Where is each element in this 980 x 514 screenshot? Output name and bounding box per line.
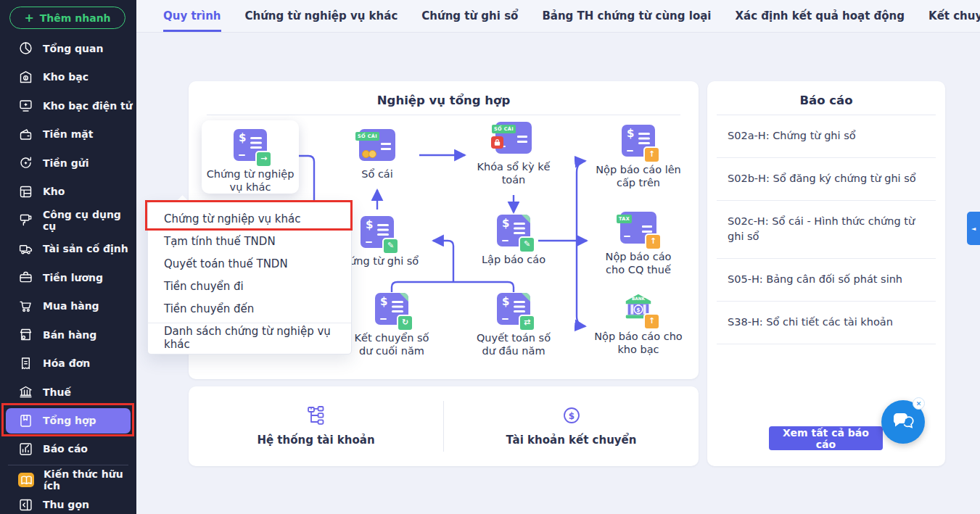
sidebar-item-tong-quan[interactable]: Tổng quan [0,34,136,63]
dropdown-item-tien-chuyen-den[interactable]: Tiền chuyển đến [148,297,351,320]
doc-edit-icon: $✎ [497,215,530,250]
view-all-reports-button[interactable]: Xem tất cả báo cáo [769,426,883,450]
sidebar-divider [8,465,128,465]
sidebar-item-tien-luong[interactable]: Tiền lương [0,263,136,292]
doc-calc-icon: $⇄ [497,293,530,328]
cash-icon [18,127,33,142]
context-dropdown-menu: Chứng từ nghiệp vụ khácTạm tính thuế TND… [147,202,352,355]
sidebar-item-bao-cao[interactable]: Báo cáo [0,435,136,464]
flow-node-label: Quyết toán số dư đầu năm [470,331,557,358]
cart-icon [18,299,33,314]
flow-node-chung-tu-nghiep-vu-khac[interactable]: $→Chứng từ nghiệp vụ khác [202,120,299,194]
flow-node-label: Sổ cái [341,167,413,181]
tax-upload-icon: TAX↑ [620,212,656,247]
report-item-s02a-h[interactable]: S02a-H: Chứng từ ghi sổ [717,115,936,158]
ledger-icon: SỔ CÁI [359,129,395,165]
sidebar-item-tai-san-co-dinh[interactable]: Tài sản cố định [0,235,136,264]
plus-icon: + [24,12,33,24]
receipt-arrow-icon: $→ [234,129,267,165]
flow-node-label: Nộp báo cáo lên cấp trên [590,163,686,190]
quick-add-button[interactable]: + Thêm nhanh [9,7,125,29]
tools-icon [18,212,33,228]
svg-text:$: $ [636,307,640,313]
deposit-icon [18,155,33,170]
reports-title: Báo cáo [707,81,945,107]
tab-chung-tu-ghi-so[interactable]: Chứng từ ghi sổ [421,0,518,32]
flow-node-label: Nộp báo cáo cho CQ thuế [595,250,682,277]
chat-close-button[interactable]: ✕ [913,397,925,410]
sidebar-item-label: Kiến thức hữu ích [44,468,136,492]
sidebar-item-label: Mua hàng [43,300,99,312]
dropdown-item-quyet-toan-thue-tndn[interactable]: Quyết toán thuế TNDN [148,252,351,275]
sidebar-item-hoa-don[interactable]: Hóa đơn [0,349,136,378]
sidebar-item-tong-hop[interactable]: Tổng hợp [6,408,131,434]
report-item-s02b-h[interactable]: S02b-H: Sổ đăng ký chứng từ ghi sổ [717,158,936,201]
sidebar-item-label: Tiền gửi [43,157,88,169]
sidebar-item-ban-hang[interactable]: Bán hàng [0,320,136,349]
flow-node-label: Lập báo cáo [470,253,557,267]
flow-node-label: Kết chuyển số dư cuối năm [348,331,435,358]
sidebar-item-label: Kho bạc điện tử [43,100,133,112]
sidebar-item-cong-cu-dung-cu[interactable]: Công cụ dụng cụ [0,206,136,235]
sidebar: + Thêm nhanh Tổng quanKho bạcKho bạc điệ… [0,0,136,514]
dropdown-item-chung-tu-nghiep-vu-khac[interactable]: Chứng từ nghiệp vụ khác [148,207,351,230]
dropdown-item-danh-sach-chung-tu-nghiep-vu-khac[interactable]: Danh sách chứng từ nghiệp vụ khác [148,326,351,349]
sidebar-item-tien-gui[interactable]: Tiền gửi [0,149,136,178]
sidebar-item-label: Tổng hợp [43,415,96,426]
e-treasury-icon [18,98,33,113]
reports-list: S02a-H: Chứng từ ghi sổS02b-H: Sổ đăng k… [707,115,945,344]
book-icon [18,413,33,428]
tab-quy-trinh[interactable]: Quy trình [163,0,221,32]
flow-node-nop-bao-cao-len-cap-tren[interactable]: $↑Nộp báo cáo lên cấp trên [590,125,686,190]
warehouse-icon [18,184,33,199]
sidebar-item-label: Báo cáo [43,443,88,455]
tabs: Quy trìnhChứng từ nghiệp vụ khácChứng từ… [163,0,980,32]
knowledge-book-icon [18,473,34,487]
bank-icon [18,384,33,399]
svg-text:BANK: BANK [632,297,646,301]
receipt-upload-icon: $↑ [622,125,655,160]
truck-icon [18,241,33,257]
sidebar-item-tien-mat[interactable]: Tiền mặt [0,120,136,149]
sidebar-item-kho-bac-dien-tu[interactable]: Kho bạc điện tử [0,91,136,120]
flow-node-nop-bao-cao-cho-cq-thue[interactable]: TAX↑Nộp báo cáo cho CQ thuế [595,212,682,277]
report-item-s05-h[interactable]: S05-H: Bảng cân đối số phát sinh [717,259,936,302]
tab-ket-chuyen-s[interactable]: Kết chuyển s [928,0,980,32]
flow-node-label: Chứng từ nghiệp vụ khác [202,167,299,194]
shortcut-tai-khoan-ket-chuyen[interactable]: $Tài khoản kết chuyển [444,386,699,466]
sidebar-item-label: Tổng quan [43,43,103,54]
sidebar-item-kho-bac[interactable]: Kho bạc [0,63,136,92]
sidebar-item-label: Hóa đơn [43,357,90,369]
flow-node-khoa-so-ky-ke-toan[interactable]: SỔ CÁIKhóa sổ kỳ kế toán [470,122,557,187]
invoice-icon [18,356,33,371]
panel-collapse-tab[interactable]: ◄ [967,212,980,245]
flow-node-so-cai[interactable]: SỔ CÁISổ cái [341,129,413,181]
collapse-icon [18,497,33,513]
flow-node-ket-chuyen-so-du-cuoi-nam[interactable]: $↻Kết chuyển số dư cuối năm [348,293,435,358]
sidebar-item-kho[interactable]: Kho [0,178,136,207]
sidebar-item-mua-hang[interactable]: Mua hàng [0,292,136,321]
sidebar-item-kien-thuc-huu-ich[interactable]: Kiến thức hữu ích [0,468,136,492]
tab-chung-tu-nghiep-vu-khac[interactable]: Chứng từ nghiệp vụ khác [245,0,398,32]
tab-xac-dinh-ket-qua-hoat-dong[interactable]: Xác định kết quả hoạt động [735,0,905,32]
sidebar-item-label: Tiền lương [43,272,103,283]
shortcut-he-thong-tai-khoan[interactable]: Hệ thống tài khoản [189,386,443,466]
sidebar-item-thue[interactable]: Thuế [0,378,136,407]
tab-bar: Quy trìnhChứng từ nghiệp vụ khácChứng từ… [136,0,980,33]
report-item-s38-h[interactable]: S38-H: Sổ chi tiết các tài khoản [717,302,936,344]
shortcuts-card: Hệ thống tài khoản$Tài khoản kết chuyển [189,386,699,466]
report-item-s02c-h[interactable]: S02c-H: Sổ cái - Hình thức chứng từ ghi … [717,201,936,260]
shortcut-label: Tài khoản kết chuyển [506,434,637,447]
account-tree-icon [307,406,326,428]
store-icon [18,327,33,342]
flow-node-lap-bao-cao[interactable]: $✎Lập báo cáo [470,215,557,266]
dropdown-item-tam-tinh-thue-tndn[interactable]: Tạm tính thuế TNDN [148,230,351,252]
flow-node-label: Khóa sổ kỳ kế toán [470,160,557,187]
sidebar-item-thu-gon[interactable]: Thu gọn [0,492,136,514]
dropdown-item-tien-chuyen-di[interactable]: Tiền chuyển đi [148,275,351,297]
pie-chart-icon [18,41,33,56]
tab-bang-th-chung-tu-cung-loai[interactable]: Bảng TH chứng từ cùng loại [542,0,711,32]
flow-node-quyet-toan-so-du-dau-nam[interactable]: $⇄Quyết toán số dư đầu năm [470,293,557,358]
flow-node-nop-bao-cao-cho-kho-bac[interactable]: BANK$↑Nộp báo cáo cho kho bạc [593,290,683,357]
flow-node-label: Nộp báo cáo cho kho bạc [593,330,683,357]
